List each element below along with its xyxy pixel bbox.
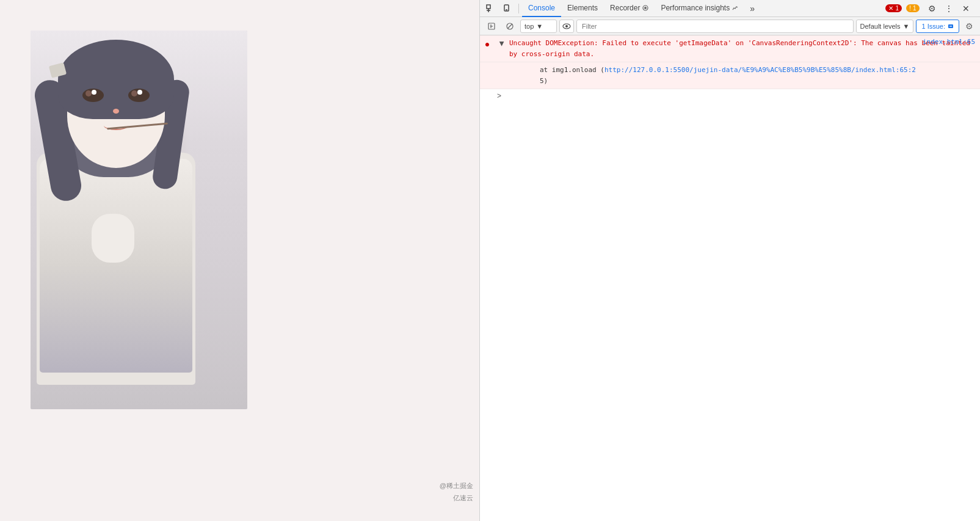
level-selector[interactable]: Default levels ▼ (856, 20, 914, 33)
close-icon: ✕ (962, 4, 970, 13)
error-circle-icon: ● (485, 40, 490, 48)
warning-count: 1 (913, 5, 916, 12)
devtools-tabs: Console Elements Recorder Performance in… (522, 0, 884, 17)
context-selector[interactable]: top ▼ (520, 20, 557, 33)
tab-recorder[interactable]: Recorder (604, 0, 655, 17)
more-tabs-button[interactable]: » (744, 1, 760, 16)
stack-arrow-area (495, 65, 509, 67)
error-filename-text: index.html:65 (923, 38, 975, 46)
eye-button[interactable] (559, 20, 574, 33)
device-mode-button[interactable] (499, 1, 515, 16)
eye-highlight-right (137, 90, 142, 95)
expand-arrow-icon: ▶ (499, 42, 506, 46)
nose (113, 109, 119, 114)
close-devtools-button[interactable]: ✕ (958, 1, 974, 16)
svg-point-6 (644, 7, 647, 9)
console-stack-row: at img1.onload (http://127.0.0.1:5500/ju… (480, 62, 980, 89)
eye-highlight-left (92, 90, 96, 95)
watermark-2: 亿速云 (453, 494, 473, 503)
error-source-link[interactable]: index.html:65 (923, 38, 975, 46)
toolbar-divider (518, 4, 519, 13)
console-toolbar: top ▼ Default levels ▼ 1 Issue: (480, 17, 980, 35)
inspect-icon-button[interactable] (482, 1, 498, 16)
issues-label: 1 Issue: (921, 23, 945, 30)
warning-icon: ! (909, 5, 911, 12)
more-vert-icon: ⋮ (945, 4, 953, 13)
hair-front (58, 40, 174, 119)
block-icon (506, 23, 514, 30)
devtools-panel: Console Elements Recorder Performance in… (479, 0, 980, 521)
devtools-toolbar: Console Elements Recorder Performance in… (480, 0, 980, 17)
tab-performance-label: Performance insights (661, 4, 730, 12)
error-count-badge[interactable]: ✕ 1 (885, 4, 902, 12)
console-nav-left-button[interactable] (484, 19, 499, 34)
issues-warning-icon (948, 23, 954, 29)
console-gear-icon: ⚙ (965, 21, 973, 31)
console-error-row[interactable]: ● ▶ Uncaught DOMException: Failed to exe… (480, 35, 980, 62)
more-tabs-icon: » (750, 4, 755, 13)
hand (92, 214, 134, 263)
stack-end-text: 5) (540, 77, 548, 85)
warning-count-badge[interactable]: ! 1 (906, 4, 919, 12)
console-block-button[interactable] (502, 19, 518, 34)
console-prompt-row: > (480, 89, 980, 103)
expand-arrow-area[interactable]: ▶ (495, 38, 509, 47)
prompt-caret: > (497, 92, 501, 100)
stack-link[interactable]: http://127.0.0.1:5500/juejin-data/%E9%A9… (604, 66, 916, 74)
error-message: Uncaught DOMException: Failed to execute… (509, 38, 980, 59)
prompt-icon-area (482, 95, 497, 97)
svg-rect-0 (487, 5, 490, 9)
error-count: 1 (895, 5, 899, 12)
more-options-button[interactable]: ⋮ (941, 1, 957, 16)
tab-recorder-label: Recorder (610, 4, 640, 12)
console-content: ● ▶ Uncaught DOMException: Failed to exe… (480, 35, 980, 521)
gear-icon: ⚙ (928, 4, 936, 13)
nav-left-icon (488, 23, 495, 30)
svg-line-11 (507, 24, 512, 29)
issues-badge[interactable]: 1 Issue: (916, 20, 959, 33)
tab-elements[interactable]: Elements (561, 0, 604, 17)
context-dropdown-icon: ▼ (536, 23, 543, 30)
error-icon-area: ● (480, 38, 495, 48)
error-x-icon: ✕ (888, 5, 893, 12)
level-dropdown-icon: ▼ (903, 23, 910, 30)
error-text: Uncaught DOMException: Failed to execute… (509, 39, 970, 58)
tab-performance[interactable]: Performance insights (655, 0, 744, 17)
console-input[interactable] (504, 92, 980, 100)
context-label: top (524, 23, 534, 30)
svg-point-13 (565, 25, 568, 27)
anime-image (31, 31, 247, 409)
tab-console[interactable]: Console (522, 0, 561, 17)
eye-icon (562, 23, 571, 29)
page-content: @稀土掘金 亿速云 (0, 0, 479, 521)
stack-at-text: at img1.onload ( (540, 66, 604, 74)
tab-elements-label: Elements (567, 4, 598, 12)
performance-icon (732, 5, 738, 11)
level-label: Default levels (860, 23, 901, 30)
settings-button[interactable]: ⚙ (924, 1, 940, 16)
stack-trace: at img1.onload (http://127.0.0.1:5500/ju… (509, 65, 980, 86)
devtools-right-icons: ✕ 1 ! 1 ⚙ ⋮ ✕ (885, 1, 978, 16)
tab-console-label: Console (528, 4, 555, 12)
recorder-icon (642, 5, 648, 11)
console-settings-button[interactable]: ⚙ (962, 20, 976, 33)
stack-icon-area (480, 65, 495, 67)
filter-input[interactable] (576, 20, 854, 33)
watermark-1: @稀土掘金 (440, 481, 473, 490)
